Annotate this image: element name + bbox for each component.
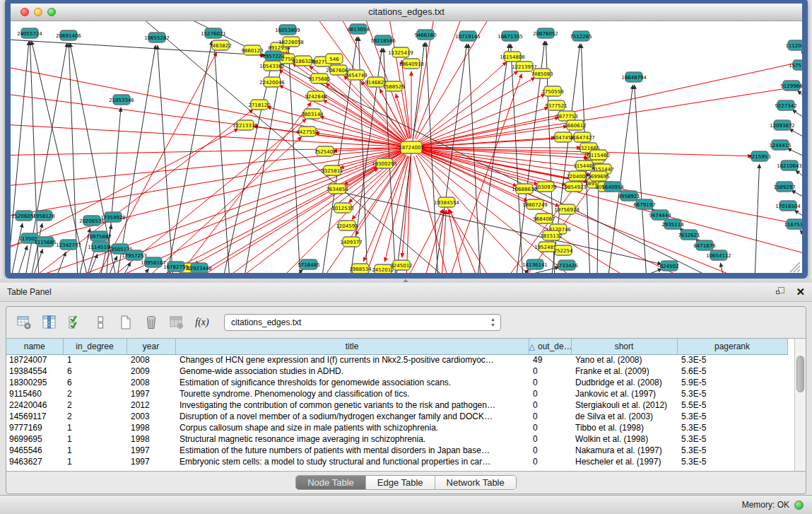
resize-grip-icon[interactable]: [790, 262, 800, 272]
table-cell[interactable]: Nakamura et al. (1997): [571, 445, 677, 456]
table-row[interactable]: 911546021997Tourette syndrome. Phenomeno…: [6, 388, 787, 399]
graph-node[interactable]: 9227342: [775, 100, 796, 110]
graph-node[interactable]: 9115460: [587, 150, 609, 160]
graph-edge[interactable]: [69, 43, 78, 274]
graph-node[interactable]: 1115685: [34, 237, 56, 247]
table-cell[interactable]: Disruption of a novel member of a sodium…: [175, 411, 529, 422]
table-cell[interactable]: 1: [63, 354, 126, 366]
graph-node[interactable]: 7485083: [531, 69, 553, 78]
column-header-pagerank[interactable]: pagerank: [677, 339, 787, 354]
table-mode-button[interactable]: [15, 313, 33, 332]
table-row[interactable]: 1830029562008Estimation of significance …: [6, 377, 787, 388]
graph-node[interactable]: 1733426: [555, 260, 578, 270]
graph-node[interactable]: 7634854: [326, 184, 348, 194]
graph-edge[interactable]: [420, 85, 803, 146]
table-cell[interactable]: Tourette syndrome. Phenomenology and cla…: [175, 388, 529, 399]
graph-node[interactable]: 16210643: [777, 160, 802, 170]
table-cell[interactable]: 6: [63, 377, 126, 388]
table-cell[interactable]: 1: [63, 422, 126, 433]
graph-edge[interactable]: [11, 148, 402, 156]
column-visibility-button[interactable]: [40, 313, 59, 332]
table-cell[interactable]: 1: [63, 445, 126, 456]
collapse-arrow-icon[interactable]: [403, 279, 408, 282]
table-cell[interactable]: Jankovic et al. (1997): [571, 388, 677, 399]
graph-node[interactable]: 8186328: [292, 56, 314, 66]
graph-node[interactable]: 2803144: [301, 109, 324, 119]
graph-node[interactable]: 16154808: [500, 52, 525, 62]
table-cell[interactable]: 5.3E-5: [677, 445, 787, 456]
table-cell[interactable]: Tibbo et al. (1998): [571, 422, 677, 433]
graph-node[interactable]: 1112043: [785, 40, 803, 50]
table-cell[interactable]: 0: [529, 411, 571, 422]
graph-edge[interactable]: [792, 110, 803, 119]
function-builder-button[interactable]: f(x): [193, 313, 211, 332]
zoom-window-button[interactable]: [47, 8, 56, 16]
table-cell[interactable]: Estimation of significance thresholds fo…: [175, 377, 529, 388]
graph-node[interactable]: 11647427: [570, 132, 595, 142]
table-cell[interactable]: 1998: [126, 422, 175, 433]
graph-node[interactable]: 24055724: [17, 28, 42, 38]
tab-edge-table[interactable]: Edge Table: [366, 476, 435, 489]
graph-node[interactable]: 1640954: [601, 182, 624, 192]
graph-node[interactable]: 10655287: [144, 33, 170, 42]
table-cell[interactable]: 1998: [126, 433, 175, 445]
graph-node[interactable]: 12342757: [56, 240, 81, 250]
graph-edge[interactable]: [95, 52, 217, 274]
graph-edge[interactable]: [608, 85, 633, 274]
graph-node[interactable]: 9377521: [545, 100, 567, 110]
close-window-button[interactable]: [20, 8, 29, 16]
column-header-out_de[interactable]: △out_de…: [529, 339, 571, 354]
table-cell[interactable]: 0: [529, 433, 571, 445]
table-cell[interactable]: 9115460: [6, 388, 63, 399]
graph-node[interactable]: 8958921: [618, 191, 640, 201]
graph-node[interactable]: 16671355: [498, 31, 523, 41]
row-height-button[interactable]: [91, 313, 110, 332]
graph-node[interactable]: 2718120: [248, 100, 270, 110]
table-cell[interactable]: 5.3E-5: [677, 456, 787, 467]
graph-node[interactable]: 1030979: [534, 182, 556, 192]
table-row[interactable]: 1872400712008Changes of HCN gene express…: [6, 354, 787, 366]
graph-edge[interactable]: [32, 249, 42, 274]
table-cell[interactable]: 5.3E-5: [677, 411, 787, 422]
graph-edge[interactable]: [424, 210, 445, 274]
graph-edge[interactable]: [384, 156, 409, 262]
table-cell[interactable]: Stergiakouli et al. (2012): [571, 399, 677, 411]
graph-node[interactable]: 16648794: [621, 72, 647, 82]
table-cell[interactable]: 0: [529, 377, 571, 388]
graph-node[interactable]: 1750559: [541, 86, 563, 96]
graph-edge[interactable]: [420, 60, 803, 146]
graph-edge[interactable]: [800, 230, 803, 237]
table-cell[interactable]: Hescheler et al. (1997): [571, 456, 677, 467]
graph-edge[interactable]: [11, 124, 402, 147]
graph-edge[interactable]: [244, 37, 286, 274]
table-cell[interactable]: 0: [529, 366, 571, 377]
table-cell[interactable]: Genome-wide association studies in ADHD.: [175, 366, 529, 377]
table-cell[interactable]: 1: [63, 456, 126, 467]
table-cell[interactable]: 0: [529, 399, 571, 411]
graph-edge[interactable]: [180, 21, 717, 274]
create-column-button[interactable]: [117, 313, 135, 332]
table-cell[interactable]: Structural magnetic resonance image aver…: [175, 433, 529, 445]
graph-edge[interactable]: [787, 148, 803, 157]
delete-table-button[interactable]: [167, 313, 186, 332]
table-cell[interactable]: 0: [529, 422, 571, 433]
graph-node[interactable]: 1958128: [33, 211, 54, 221]
table-cell[interactable]: Embryonic stem cells: a model to study s…: [175, 456, 529, 467]
graph-node[interactable]: 9325811: [321, 165, 343, 175]
table-vertical-scrollbar[interactable]: [794, 339, 806, 471]
table-row[interactable]: 2242004622012Investigating the contribut…: [6, 399, 787, 411]
graph-edge[interactable]: [419, 71, 518, 142]
graph-node[interactable]: 1012533: [331, 203, 353, 213]
graph-edge[interactable]: [140, 269, 149, 274]
graph-node[interactable]: 10719145: [455, 31, 481, 41]
graph-edge[interactable]: [16, 245, 28, 274]
table-cell[interactable]: 5.9E-5: [677, 377, 787, 388]
graph-edge[interactable]: [794, 210, 803, 218]
table-cell[interactable]: 5.3E-5: [677, 354, 787, 366]
graph-node[interactable]: 5716485: [298, 259, 319, 269]
table-cell[interactable]: 5.5E-5: [677, 399, 787, 411]
graph-node[interactable]: 6679197: [633, 199, 655, 209]
graph-node[interactable]: 9684067: [533, 214, 555, 223]
graph-node[interactable]: 18807249: [522, 199, 548, 209]
graph-node[interactable]: 1244415: [769, 140, 791, 150]
